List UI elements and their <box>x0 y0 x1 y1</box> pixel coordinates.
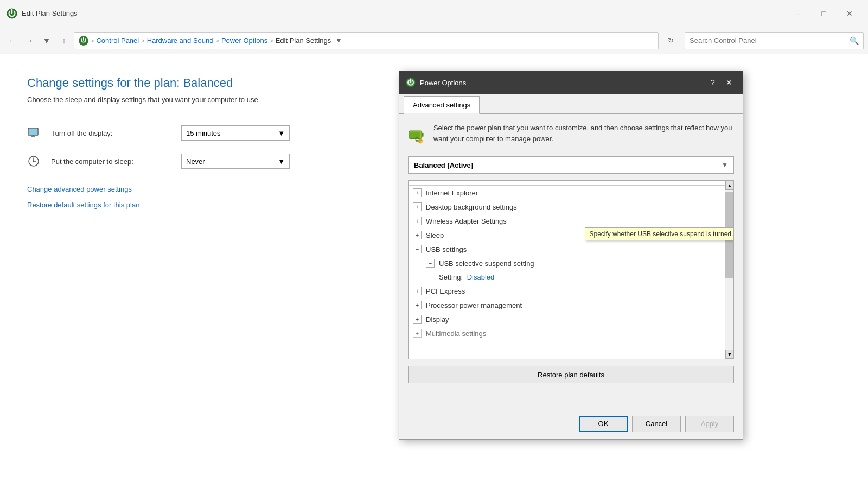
label-internet-explorer: Internet Explorer <box>426 189 729 197</box>
breadcrumb-control-panel[interactable]: Control Panel <box>96 36 139 45</box>
svg-rect-3 <box>29 129 37 135</box>
tree-item-usb-setting[interactable]: Setting: Disabled Specify whether USB se… <box>409 270 733 284</box>
dialog-title-bar: Power Options ? ✕ <box>399 71 743 94</box>
display-setting-label: Turn off the display: <box>51 129 170 137</box>
breadcrumb-bar: > Control Panel > Hardware and Sound > P… <box>74 32 659 49</box>
minimize-button[interactable]: ─ <box>786 5 810 22</box>
label-usb-suspend: USB selective suspend setting <box>439 259 729 268</box>
apply-button[interactable]: Apply <box>685 416 734 432</box>
label-processor: Processor power management <box>426 301 729 309</box>
svg-rect-8 <box>422 133 424 137</box>
close-button[interactable]: ✕ <box>837 5 861 22</box>
tree-item-pci[interactable]: + PCI Express <box>409 284 733 298</box>
tree-item-processor[interactable]: + Processor power management <box>409 298 733 312</box>
dialog-tab-bar: Advanced settings <box>399 94 743 114</box>
dialog-body: ⚡ Select the power plan that you want to… <box>399 114 743 392</box>
restore-plan-defaults-button[interactable]: Restore plan defaults <box>408 366 734 383</box>
tree-item-desktop-bg[interactable]: + Desktop background settings <box>409 200 733 214</box>
address-bar: ← → ▼ ↑ > Control Panel > Hardware and S… <box>0 27 868 54</box>
restore-link[interactable]: Restore default settings for this plan <box>27 201 139 209</box>
svg-point-5 <box>33 161 35 162</box>
search-box: 🔍 <box>685 32 864 49</box>
monitor-icon <box>27 126 40 140</box>
dialog-close-button[interactable]: ✕ <box>722 75 736 90</box>
usb-setting-value: Disabled <box>467 273 495 281</box>
search-icon: 🔍 <box>850 36 859 45</box>
title-bar-controls: ─ □ ✕ <box>786 5 861 22</box>
sleep-setting-label: Put the computer to sleep: <box>51 157 170 166</box>
battery-icon: ⚡ <box>408 123 426 148</box>
expand-display[interactable]: + <box>413 315 422 324</box>
label-display: Display <box>426 315 729 324</box>
cancel-button[interactable]: Cancel <box>632 416 681 432</box>
tooltip: Specify whether USB selective suspend is… <box>585 227 734 240</box>
maximize-button[interactable]: □ <box>812 5 836 22</box>
dialog-title-controls: ? ✕ <box>706 75 736 90</box>
display-dropdown[interactable]: 15 minutes ▼ <box>181 125 290 141</box>
advanced-settings-tab[interactable]: Advanced settings <box>404 96 480 114</box>
expand-wireless[interactable]: + <box>413 217 422 225</box>
label-multimedia: Multimedia settings <box>426 329 729 338</box>
breadcrumb-hardware-sound[interactable]: Hardware and Sound <box>147 36 214 45</box>
breadcrumb-sep-2: > <box>141 37 144 44</box>
expand-sleep[interactable]: + <box>413 231 422 239</box>
tree-scrollbar[interactable]: ▲ ▼ <box>725 181 733 359</box>
label-desktop-bg: Desktop background settings <box>426 203 729 211</box>
dialog-description-row: ⚡ Select the power plan that you want to… <box>408 123 734 148</box>
sleep-icon <box>27 155 40 168</box>
dialog-help-button[interactable]: ? <box>706 75 720 90</box>
expand-usb-settings[interactable]: − <box>413 245 422 253</box>
title-bar-left: Edit Plan Settings <box>7 8 78 19</box>
breadcrumb-sep-1: > <box>91 37 94 44</box>
refresh-button[interactable]: ↻ <box>663 33 678 48</box>
forward-button[interactable]: → <box>22 33 37 48</box>
breadcrumb-power-options[interactable]: Power Options <box>221 36 267 45</box>
ok-button[interactable]: OK <box>579 416 628 432</box>
svg-rect-9 <box>410 132 420 138</box>
plan-dropdown[interactable]: Balanced [Active] ▼ <box>408 156 734 174</box>
plan-dropdown-arrow: ▼ <box>722 161 728 169</box>
tree-item-internet-explorer[interactable]: + Internet Explorer <box>409 186 733 200</box>
tree-item-usb-settings[interactable]: − USB settings <box>409 242 733 256</box>
tree-item-display[interactable]: + Display <box>409 312 733 326</box>
label-usb-settings: USB settings <box>426 245 729 253</box>
dialog-title-text: Power Options <box>420 79 466 87</box>
label-pci: PCI Express <box>426 287 729 295</box>
scrollbar-up-button[interactable]: ▲ <box>725 181 734 190</box>
dialog-description: Select the power plan that you want to c… <box>433 123 734 144</box>
up-button[interactable]: ↑ <box>56 33 72 48</box>
expand-internet-explorer[interactable]: + <box>413 188 422 197</box>
window-title: Edit Plan Settings <box>22 9 78 17</box>
expand-desktop-bg[interactable]: + <box>413 202 422 211</box>
scrollbar-down-button[interactable]: ▼ <box>725 350 734 359</box>
advanced-link[interactable]: Change advanced power settings <box>27 185 132 193</box>
breadcrumb-app-icon <box>79 36 88 46</box>
display-value: 15 minutes <box>186 129 221 137</box>
breadcrumb-dropdown-button[interactable]: ▼ <box>333 33 344 48</box>
svg-text:⚡: ⚡ <box>419 140 424 144</box>
expand-multimedia[interactable]: + <box>413 329 422 338</box>
tree-item-multimedia[interactable]: + Multimedia settings <box>409 326 733 340</box>
dialog-power-icon <box>406 78 416 87</box>
breadcrumb-sep-4: > <box>270 37 273 44</box>
tree-item-usb-suspend[interactable]: − USB selective suspend setting <box>409 256 733 270</box>
search-input[interactable] <box>690 36 847 45</box>
breadcrumb-sep-3: > <box>216 37 219 44</box>
title-bar: Edit Plan Settings ─ □ ✕ <box>0 0 868 27</box>
power-options-dialog: Power Options ? ✕ Advanced settings <box>399 71 743 440</box>
tree-item-wireless[interactable]: + Wireless Adapter Settings <box>409 214 733 228</box>
expand-usb-suspend[interactable]: − <box>426 259 435 268</box>
expand-processor[interactable]: + <box>413 301 422 309</box>
sleep-value: Never <box>186 157 205 166</box>
back-button[interactable]: ← <box>4 33 20 48</box>
breadcrumb-edit-plan: Edit Plan Settings <box>276 36 331 45</box>
expand-pci[interactable]: + <box>413 287 422 295</box>
dialog-footer: OK Cancel Apply <box>399 408 743 439</box>
label-usb-setting: Setting: Disabled <box>439 273 729 281</box>
recent-pages-button[interactable]: ▼ <box>39 33 54 48</box>
sleep-dropdown-arrow: ▼ <box>278 157 285 166</box>
dialog-title-left: Power Options <box>406 78 466 87</box>
plan-label: Balanced [Active] <box>414 161 473 169</box>
app-icon <box>7 8 17 19</box>
sleep-dropdown[interactable]: Never ▼ <box>181 154 290 169</box>
